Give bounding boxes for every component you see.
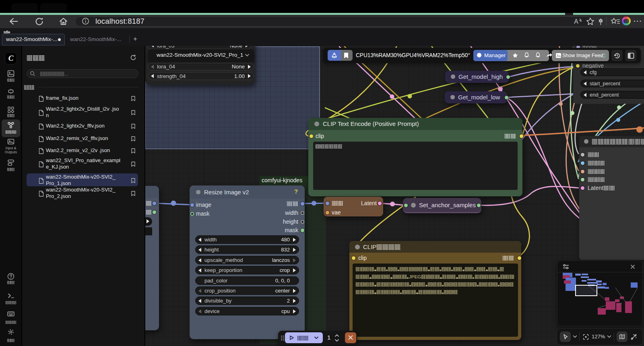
svg-text:A: A (574, 18, 578, 25)
